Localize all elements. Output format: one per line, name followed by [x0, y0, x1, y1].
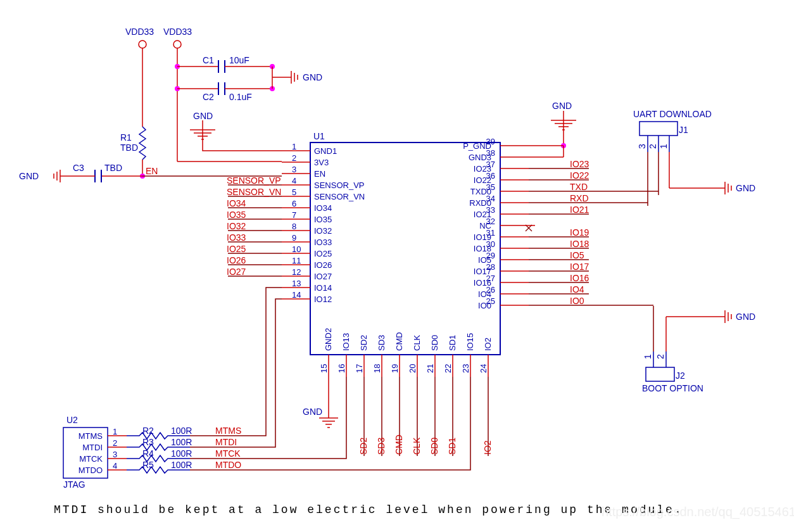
svg-text:IO33: IO33: [227, 232, 246, 243]
svg-text:U1: U1: [313, 131, 325, 141]
svg-text:SENSOR_VP: SENSOR_VP: [314, 180, 364, 190]
svg-text:TBD: TBD: [104, 163, 122, 173]
svg-text:IO25: IO25: [227, 244, 246, 254]
svg-text:RXD: RXD: [570, 193, 589, 203]
gnd-top-right: GND: [551, 101, 576, 148]
svg-text:R1: R1: [120, 132, 132, 142]
svg-text:100R: 100R: [171, 460, 192, 470]
svg-rect-63: [640, 122, 677, 136]
svg-text:IO26: IO26: [314, 260, 332, 270]
svg-text:CMD: CMD: [394, 434, 404, 455]
svg-text:15: 15: [319, 364, 329, 373]
svg-text:IO21: IO21: [570, 205, 589, 215]
svg-text:CMD: CMD: [394, 332, 404, 351]
svg-text:13: 13: [292, 279, 301, 288]
svg-text:7: 7: [292, 210, 296, 220]
svg-text:EN: EN: [146, 166, 158, 176]
svg-text:2: 2: [113, 438, 117, 448]
svg-text:100R: 100R: [171, 426, 192, 436]
schematic: VDD33 VDD33 C1 10uF C2 0.1uF GND R1 TBD …: [0, 0, 794, 532]
svg-text:J2: J2: [676, 370, 685, 381]
svg-text:IO5: IO5: [570, 250, 584, 260]
svg-text:GND: GND: [193, 111, 213, 121]
svg-text:GND1: GND1: [314, 146, 337, 156]
svg-rect-79: [646, 367, 674, 381]
svg-text:1: 1: [643, 354, 653, 359]
svg-text:10: 10: [292, 244, 301, 254]
svg-text:IO22: IO22: [570, 170, 589, 180]
watermark: https://blog.csdn.net/qq_40515461: [602, 505, 794, 519]
svg-text:GND: GND: [736, 183, 755, 193]
svg-text:IO12: IO12: [314, 294, 332, 304]
svg-text:GND: GND: [19, 171, 39, 181]
svg-text:20: 20: [408, 364, 417, 373]
svg-text:5: 5: [292, 187, 296, 197]
svg-text:JTAG: JTAG: [63, 479, 85, 490]
svg-text:17: 17: [355, 364, 364, 373]
svg-text:IO35: IO35: [227, 210, 246, 220]
svg-text:IO35: IO35: [314, 215, 332, 224]
svg-text:GND: GND: [303, 72, 322, 82]
svg-text:1: 1: [113, 427, 117, 436]
svg-text:8: 8: [292, 222, 296, 231]
svg-text:IO16: IO16: [570, 273, 589, 283]
svg-text:2: 2: [655, 354, 665, 359]
svg-text:BOOT OPTION: BOOT OPTION: [642, 383, 703, 393]
svg-text:16: 16: [337, 364, 346, 373]
svg-text:100R: 100R: [171, 448, 192, 459]
svg-point-3: [173, 41, 181, 48]
svg-text:GND: GND: [736, 312, 755, 322]
svg-text:12: 12: [292, 267, 301, 277]
svg-text:24: 24: [479, 364, 488, 373]
u2-jtag: U2 JTAG: [63, 415, 108, 490]
svg-text:SD0: SD0: [429, 438, 439, 455]
svg-text:MTMS: MTMS: [79, 431, 103, 441]
svg-text:SENSOR_VP: SENSOR_VP: [227, 175, 281, 186]
svg-text:VDD33: VDD33: [163, 27, 192, 37]
svg-text:IO0: IO0: [478, 301, 491, 310]
svg-text:IO17: IO17: [570, 262, 589, 272]
svg-text:14: 14: [292, 290, 301, 300]
svg-text:MTDO: MTDO: [215, 460, 241, 470]
svg-text:IO32: IO32: [227, 221, 246, 231]
svg-rect-52: [310, 142, 500, 355]
svg-point-0: [139, 41, 146, 48]
svg-text:VDD33: VDD33: [125, 27, 154, 37]
svg-text:SD2: SD2: [358, 438, 369, 455]
svg-text:UART DOWNLOAD: UART DOWNLOAD: [633, 109, 712, 119]
svg-text:MTCK: MTCK: [79, 454, 103, 464]
svg-text:SENSOR_VN: SENSOR_VN: [314, 192, 365, 201]
svg-text:IO14: IO14: [314, 283, 332, 293]
svg-text:U2: U2: [66, 415, 78, 425]
note-text: MTDI should be kept at a low electric le…: [54, 504, 683, 516]
svg-text:C2: C2: [203, 92, 214, 102]
svg-text:2: 2: [292, 153, 296, 163]
svg-text:C3: C3: [73, 163, 84, 173]
svg-text:SD1: SD1: [448, 335, 457, 351]
decoupling-caps: C1 10uF C2 0.1uF GND: [177, 55, 322, 102]
svg-text:22: 22: [443, 364, 453, 373]
svg-text:IO34: IO34: [227, 198, 246, 208]
svg-text:11: 11: [292, 256, 301, 265]
svg-text:SENSOR_VN: SENSOR_VN: [227, 187, 281, 197]
svg-text:3: 3: [292, 165, 296, 174]
svg-text:1: 1: [659, 144, 669, 149]
r1-resistor: R1 TBD: [120, 127, 146, 179]
svg-text:TBD: TBD: [120, 142, 138, 153]
svg-text:IO19: IO19: [570, 227, 589, 238]
svg-text:SD3: SD3: [376, 438, 386, 455]
svg-text:0.1uF: 0.1uF: [229, 92, 252, 102]
svg-text:3: 3: [113, 450, 117, 459]
svg-text:IO2: IO2: [482, 440, 493, 455]
svg-text:IO32: IO32: [314, 226, 332, 236]
svg-text:SD3: SD3: [377, 335, 386, 351]
u1-ic: U1: [310, 131, 500, 355]
svg-text:10uF: 10uF: [229, 55, 249, 65]
svg-text:CLK: CLK: [412, 334, 422, 351]
svg-text:21: 21: [425, 364, 435, 373]
svg-text:C1: C1: [203, 55, 214, 65]
svg-text:SD0: SD0: [430, 335, 439, 351]
gnd-bottom-ic: GND: [303, 377, 338, 428]
svg-text:GND: GND: [303, 407, 322, 417]
svg-text:IO13: IO13: [341, 333, 351, 351]
